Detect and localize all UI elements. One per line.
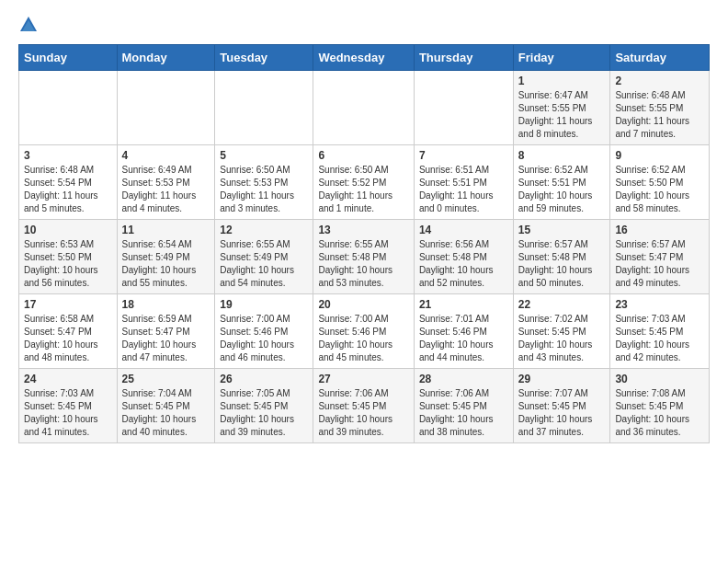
day-info: Sunrise: 6:50 AMSunset: 5:52 PMDaylight:… xyxy=(318,164,408,215)
header xyxy=(18,15,710,35)
day-info: Sunrise: 6:52 AMSunset: 5:50 PMDaylight:… xyxy=(615,164,704,215)
day-info: Sunrise: 6:51 AMSunset: 5:51 PMDaylight:… xyxy=(419,164,508,215)
day-info: Sunrise: 6:57 AMSunset: 5:47 PMDaylight:… xyxy=(615,238,704,290)
calendar-cell xyxy=(19,71,118,145)
day-info: Sunrise: 7:03 AMSunset: 5:45 PMDaylight:… xyxy=(24,387,112,439)
day-info: Sunrise: 6:48 AMSunset: 5:55 PMDaylight:… xyxy=(615,89,704,141)
day-number: 22 xyxy=(518,298,606,311)
day-number: 7 xyxy=(419,149,508,162)
calendar-cell: 12Sunrise: 6:55 AMSunset: 5:49 PMDayligh… xyxy=(215,220,313,294)
day-info: Sunrise: 6:58 AMSunset: 5:47 PMDaylight:… xyxy=(24,313,112,364)
calendar-cell: 19Sunrise: 7:00 AMSunset: 5:46 PMDayligh… xyxy=(215,294,313,369)
weekday-header-thursday: Thursday xyxy=(414,45,513,71)
day-number: 24 xyxy=(24,373,112,385)
calendar-cell: 16Sunrise: 6:57 AMSunset: 5:47 PMDayligh… xyxy=(610,220,710,294)
weekday-header-wednesday: Wednesday xyxy=(313,45,414,71)
day-info: Sunrise: 7:06 AMSunset: 5:45 PMDaylight:… xyxy=(419,387,508,439)
day-info: Sunrise: 7:07 AMSunset: 5:45 PMDaylight:… xyxy=(518,387,606,439)
day-number: 13 xyxy=(318,224,408,236)
day-number: 3 xyxy=(24,149,112,162)
day-info: Sunrise: 6:55 AMSunset: 5:49 PMDaylight:… xyxy=(220,238,308,290)
day-info: Sunrise: 6:56 AMSunset: 5:48 PMDaylight:… xyxy=(419,238,508,290)
calendar-cell xyxy=(414,71,513,145)
calendar-cell xyxy=(117,71,215,145)
calendar-table: SundayMondayTuesdayWednesdayThursdayFrid… xyxy=(18,44,710,443)
calendar-cell: 27Sunrise: 7:06 AMSunset: 5:45 PMDayligh… xyxy=(313,369,414,443)
day-number: 16 xyxy=(615,224,704,236)
logo xyxy=(18,15,42,35)
day-number: 23 xyxy=(615,298,704,311)
calendar-cell: 20Sunrise: 7:00 AMSunset: 5:46 PMDayligh… xyxy=(313,294,414,369)
calendar-cell xyxy=(313,71,414,145)
day-info: Sunrise: 7:05 AMSunset: 5:45 PMDaylight:… xyxy=(220,387,308,439)
day-number: 4 xyxy=(122,149,210,162)
day-info: Sunrise: 6:55 AMSunset: 5:48 PMDaylight:… xyxy=(318,238,408,290)
day-number: 18 xyxy=(122,298,210,311)
weekday-header-saturday: Saturday xyxy=(610,45,710,71)
day-info: Sunrise: 6:47 AMSunset: 5:55 PMDaylight:… xyxy=(518,89,606,141)
calendar-cell: 22Sunrise: 7:02 AMSunset: 5:45 PMDayligh… xyxy=(513,294,610,369)
calendar-cell: 25Sunrise: 7:04 AMSunset: 5:45 PMDayligh… xyxy=(117,369,215,443)
day-info: Sunrise: 6:57 AMSunset: 5:48 PMDaylight:… xyxy=(518,238,606,290)
day-number: 1 xyxy=(518,75,606,87)
day-number: 2 xyxy=(615,75,704,87)
day-info: Sunrise: 6:53 AMSunset: 5:50 PMDaylight:… xyxy=(24,238,112,290)
calendar-cell: 14Sunrise: 6:56 AMSunset: 5:48 PMDayligh… xyxy=(414,220,513,294)
day-info: Sunrise: 6:48 AMSunset: 5:54 PMDaylight:… xyxy=(24,164,112,215)
day-info: Sunrise: 6:49 AMSunset: 5:53 PMDaylight:… xyxy=(122,164,210,215)
calendar-cell xyxy=(215,71,313,145)
day-number: 20 xyxy=(318,298,408,311)
calendar-cell: 15Sunrise: 6:57 AMSunset: 5:48 PMDayligh… xyxy=(513,220,610,294)
calendar-cell: 29Sunrise: 7:07 AMSunset: 5:45 PMDayligh… xyxy=(513,369,610,443)
day-number: 21 xyxy=(419,298,508,311)
day-number: 15 xyxy=(518,224,606,236)
day-info: Sunrise: 7:00 AMSunset: 5:46 PMDaylight:… xyxy=(220,313,308,364)
weekday-header-tuesday: Tuesday xyxy=(215,45,313,71)
calendar-cell: 7Sunrise: 6:51 AMSunset: 5:51 PMDaylight… xyxy=(414,145,513,220)
day-info: Sunrise: 7:03 AMSunset: 5:45 PMDaylight:… xyxy=(615,313,704,364)
calendar-week-1: 1Sunrise: 6:47 AMSunset: 5:55 PMDaylight… xyxy=(19,71,710,145)
calendar-cell: 30Sunrise: 7:08 AMSunset: 5:45 PMDayligh… xyxy=(610,369,710,443)
calendar-cell: 28Sunrise: 7:06 AMSunset: 5:45 PMDayligh… xyxy=(414,369,513,443)
calendar-cell: 1Sunrise: 6:47 AMSunset: 5:55 PMDaylight… xyxy=(513,71,610,145)
day-number: 14 xyxy=(419,224,508,236)
weekday-header-monday: Monday xyxy=(117,45,215,71)
calendar-cell: 4Sunrise: 6:49 AMSunset: 5:53 PMDaylight… xyxy=(117,145,215,220)
logo-icon xyxy=(18,15,39,35)
day-info: Sunrise: 6:54 AMSunset: 5:49 PMDaylight:… xyxy=(122,238,210,290)
calendar-cell: 10Sunrise: 6:53 AMSunset: 5:50 PMDayligh… xyxy=(19,220,118,294)
day-number: 29 xyxy=(518,373,606,385)
calendar-cell: 3Sunrise: 6:48 AMSunset: 5:54 PMDaylight… xyxy=(19,145,118,220)
calendar-cell: 26Sunrise: 7:05 AMSunset: 5:45 PMDayligh… xyxy=(215,369,313,443)
calendar-cell: 24Sunrise: 7:03 AMSunset: 5:45 PMDayligh… xyxy=(19,369,118,443)
day-number: 12 xyxy=(220,224,308,236)
calendar-cell: 18Sunrise: 6:59 AMSunset: 5:47 PMDayligh… xyxy=(117,294,215,369)
day-info: Sunrise: 7:04 AMSunset: 5:45 PMDaylight:… xyxy=(122,387,210,439)
day-number: 27 xyxy=(318,373,408,385)
day-number: 26 xyxy=(220,373,308,385)
weekday-header-sunday: Sunday xyxy=(19,45,118,71)
day-number: 11 xyxy=(122,224,210,236)
calendar-week-4: 17Sunrise: 6:58 AMSunset: 5:47 PMDayligh… xyxy=(19,294,710,369)
day-info: Sunrise: 7:08 AMSunset: 5:45 PMDaylight:… xyxy=(615,387,704,439)
day-number: 28 xyxy=(419,373,508,385)
calendar-week-5: 24Sunrise: 7:03 AMSunset: 5:45 PMDayligh… xyxy=(19,369,710,443)
day-number: 9 xyxy=(615,149,704,162)
calendar-cell: 8Sunrise: 6:52 AMSunset: 5:51 PMDaylight… xyxy=(513,145,610,220)
calendar-cell: 23Sunrise: 7:03 AMSunset: 5:45 PMDayligh… xyxy=(610,294,710,369)
day-info: Sunrise: 7:02 AMSunset: 5:45 PMDaylight:… xyxy=(518,313,606,364)
day-number: 17 xyxy=(24,298,112,311)
calendar-cell: 2Sunrise: 6:48 AMSunset: 5:55 PMDaylight… xyxy=(610,71,710,145)
calendar-week-3: 10Sunrise: 6:53 AMSunset: 5:50 PMDayligh… xyxy=(19,220,710,294)
day-number: 19 xyxy=(220,298,308,311)
day-number: 25 xyxy=(122,373,210,385)
day-info: Sunrise: 6:50 AMSunset: 5:53 PMDaylight:… xyxy=(220,164,308,215)
day-number: 6 xyxy=(318,149,408,162)
day-info: Sunrise: 7:06 AMSunset: 5:45 PMDaylight:… xyxy=(318,387,408,439)
weekday-header-row: SundayMondayTuesdayWednesdayThursdayFrid… xyxy=(19,45,710,71)
calendar-cell: 5Sunrise: 6:50 AMSunset: 5:53 PMDaylight… xyxy=(215,145,313,220)
day-info: Sunrise: 6:59 AMSunset: 5:47 PMDaylight:… xyxy=(122,313,210,364)
day-number: 5 xyxy=(220,149,308,162)
calendar-week-2: 3Sunrise: 6:48 AMSunset: 5:54 PMDaylight… xyxy=(19,145,710,220)
calendar-cell: 6Sunrise: 6:50 AMSunset: 5:52 PMDaylight… xyxy=(313,145,414,220)
